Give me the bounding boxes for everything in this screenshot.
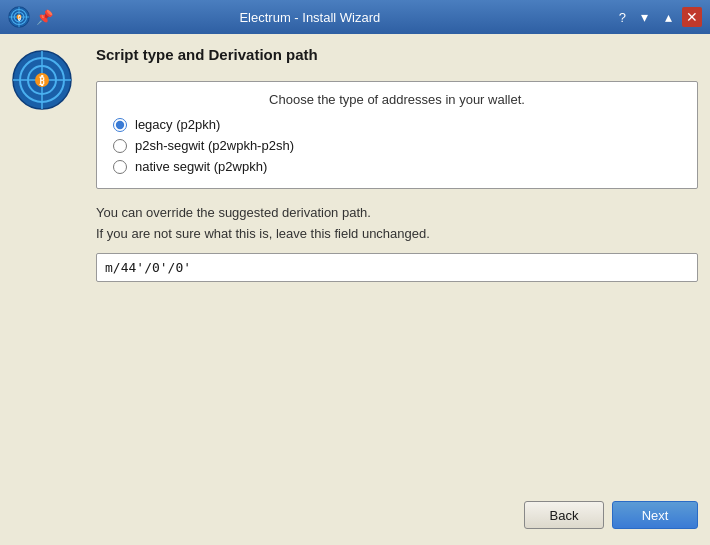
derivation-path-input[interactable] (96, 253, 698, 282)
radio-native[interactable] (113, 160, 127, 174)
radio-p2sh[interactable] (113, 139, 127, 153)
radio-option-p2sh[interactable]: p2sh-segwit (p2wpkh-p2sh) (113, 138, 681, 153)
content-area: ₿ Script type and Derivation path Choose… (12, 46, 698, 493)
electrum-logo: ₿ (12, 50, 72, 110)
help-button[interactable]: ? (619, 10, 626, 25)
window-title: Electrum - Install Wizard (61, 10, 559, 25)
window-controls: ? ▾ ▴ ✕ (619, 7, 702, 27)
svg-text:₿: ₿ (39, 75, 45, 87)
section-title: Script type and Derivation path (96, 46, 698, 63)
radio-native-label: native segwit (p2wpkh) (135, 159, 267, 174)
radio-legacy-label: legacy (p2pkh) (135, 117, 220, 132)
derivation-hint: You can override the suggested derivatio… (96, 203, 698, 245)
pin-icon: 📌 (36, 9, 53, 25)
next-button[interactable]: Next (612, 501, 698, 529)
right-panel: Script type and Derivation path Choose t… (96, 46, 698, 493)
title-bar: ₿ 📌 Electrum - Install Wizard ? ▾ ▴ ✕ (0, 0, 710, 34)
radio-subtitle: Choose the type of addresses in your wal… (113, 92, 681, 107)
derivation-hint-line2: If you are not sure what this is, leave … (96, 226, 430, 241)
minimize-button[interactable]: ▾ (634, 7, 654, 27)
close-button[interactable]: ✕ (682, 7, 702, 27)
radio-legacy[interactable] (113, 118, 127, 132)
radio-option-native[interactable]: native segwit (p2wpkh) (113, 159, 681, 174)
radio-option-legacy[interactable]: legacy (p2pkh) (113, 117, 681, 132)
radio-p2sh-label: p2sh-segwit (p2wpkh-p2sh) (135, 138, 294, 153)
address-type-box: Choose the type of addresses in your wal… (96, 81, 698, 189)
maximize-button[interactable]: ▴ (658, 7, 678, 27)
logo-area: ₿ (12, 46, 84, 493)
derivation-hint-line1: You can override the suggested derivatio… (96, 205, 371, 220)
wizard-window: ₿ Script type and Derivation path Choose… (0, 34, 710, 545)
back-button[interactable]: Back (524, 501, 604, 529)
bottom-bar: Back Next (12, 493, 698, 533)
app-icon: ₿ (8, 6, 30, 28)
derivation-area: You can override the suggested derivatio… (96, 199, 698, 286)
svg-text:₿: ₿ (17, 15, 21, 21)
